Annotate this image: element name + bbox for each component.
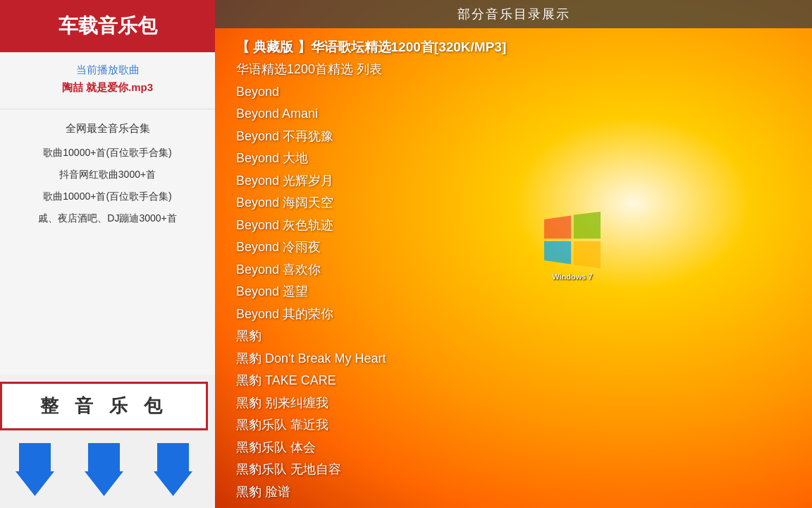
music-info-item-2: 抖音网红歌曲3000+首 (4, 167, 211, 182)
arrows-section (0, 430, 215, 508)
music-info-section: 全网最全音乐合集 歌曲10000+首(百位歌手合集) 抖音网红歌曲3000+首 … (0, 109, 215, 375)
song-list: 【 典藏版 】华语歌坛精选1200首[320K/MP3]华语精选1200首精选 … (215, 28, 812, 507)
arrow-down-2[interactable] (82, 441, 125, 497)
song-item[interactable]: 黑豹 Don't Break My Heart (236, 348, 798, 370)
song-item[interactable]: Beyond 其的荣你 (236, 303, 798, 326)
song-item[interactable]: Beyond 海阔天空 (236, 192, 798, 214)
music-info-item-4: 戚、夜店酒吧、DJ蹦迪3000+首 (4, 211, 211, 226)
song-item[interactable]: Beyond 光辉岁月 (236, 170, 798, 193)
song-item[interactable]: Beyond 冷雨夜 (236, 236, 798, 259)
app-title: 车载音乐包 (0, 0, 215, 52)
song-item[interactable]: 黑豹 脸谱 (236, 481, 798, 504)
song-item[interactable]: 黑豹 怕你为自己流泪 (236, 503, 798, 507)
now-playing-section: 当前播放歌曲 陶喆 就是爱你.mp3 (0, 52, 215, 109)
svg-marker-1 (85, 443, 123, 496)
svg-marker-0 (16, 443, 54, 496)
right-panel: 部分音乐目录展示 Windows 7 【 典藏版 】华语歌坛精选1200首[32… (215, 0, 812, 508)
song-item[interactable]: Beyond (236, 81, 798, 104)
song-item[interactable]: 黑豹 TAKE CARE (236, 370, 798, 392)
song-item[interactable]: 黑豹乐队 无地自容 (236, 459, 798, 481)
song-item[interactable]: Beyond 喜欢你 (236, 259, 798, 282)
song-item[interactable]: Beyond 灰色轨迹 (236, 214, 798, 237)
arrow-down-3[interactable] (152, 441, 195, 497)
song-item[interactable]: 华语精选1200首精选 列表 (236, 59, 798, 81)
svg-marker-2 (154, 443, 192, 496)
complete-pack-button[interactable]: 整 音 乐 包 (0, 382, 208, 430)
song-item[interactable]: 【 典藏版 】华语歌坛精选1200首[320K/MP3] (236, 35, 798, 59)
left-panel: 车载音乐包 当前播放歌曲 陶喆 就是爱你.mp3 全网最全音乐合集 歌曲1000… (0, 0, 215, 508)
music-info-item-3: 歌曲10000+首(百位歌手合集) (4, 189, 211, 204)
song-item[interactable]: Beyond 遥望 (236, 281, 798, 303)
now-playing-label: 当前播放歌曲 (7, 64, 208, 77)
song-item[interactable]: 黑豹 别来纠缠我 (236, 392, 798, 415)
music-info-item-1: 歌曲10000+首(百位歌手合集) (4, 145, 211, 160)
top-bar: 部分音乐目录展示 (215, 0, 812, 28)
song-item[interactable]: Beyond 不再犹豫 (236, 126, 798, 148)
windows-logo: Windows 7 (544, 212, 601, 268)
song-item[interactable]: Beyond Amani (236, 103, 798, 126)
song-item[interactable]: 黑豹乐队 体会 (236, 437, 798, 459)
song-item[interactable]: Beyond 大地 (236, 147, 798, 170)
song-item[interactable]: 黑豹 (236, 325, 798, 348)
song-item[interactable]: 黑豹乐队 靠近我 (236, 414, 798, 437)
arrow-down-1[interactable] (13, 441, 56, 497)
now-playing-song: 陶喆 就是爱你.mp3 (7, 81, 208, 95)
music-info-title: 全网最全音乐合集 (4, 122, 211, 135)
